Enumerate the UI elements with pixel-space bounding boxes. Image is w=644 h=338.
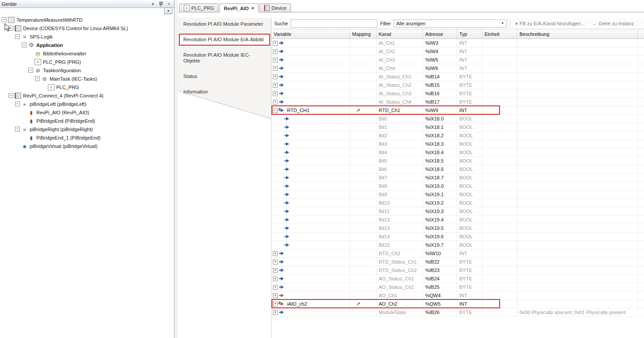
tree-dropdown-button[interactable]: ▾: [164, 8, 172, 14]
table-row[interactable]: +RTD_Ch2%IW10INT: [272, 249, 644, 258]
tree-item[interactable]: RevPi_AIO (RevPi_AIO): [0, 108, 174, 117]
table-row[interactable]: Bit8%IX19.0BOOL: [272, 182, 644, 190]
table-row[interactable]: +AI_Ch2%IW4INT: [272, 47, 644, 56]
panel-menu-icon[interactable]: ▾: [149, 1, 156, 7]
tree-item[interactable]: −Device (CODESYS Control for Linux ARM64…: [0, 24, 174, 32]
column-header-adresse[interactable]: Adresse: [423, 29, 457, 39]
table-row[interactable]: +AO_Status_Ch2%IB25BYTE: [272, 283, 644, 291]
close-icon[interactable]: ×: [165, 1, 172, 7]
table-row[interactable]: +ModuleState%IB26BYTE0x00 Physically abs…: [272, 308, 644, 317]
tree-item[interactable]: −Taskkonfiguration: [0, 66, 174, 74]
row-expand-toggle[interactable]: +: [273, 49, 278, 54]
column-header-mapping[interactable]: Mapping: [350, 29, 376, 39]
tree-expand-toggle[interactable]: −: [8, 93, 13, 98]
add-fb-button[interactable]: + FB zu E/A-Kanal hinzufügen...: [513, 21, 587, 26]
table-row[interactable]: Bit12%IX19.4BOOL: [272, 216, 644, 224]
row-expand-toggle[interactable]: +: [273, 100, 278, 105]
row-expand-toggle[interactable]: +: [273, 293, 278, 298]
filter-select[interactable]: Alle anzeigen ▼: [394, 19, 507, 27]
table-row[interactable]: +AI_Ch3%IW5INT: [272, 56, 644, 64]
row-expand-toggle[interactable]: +: [273, 83, 278, 88]
column-header-variable[interactable]: Variable: [272, 29, 350, 39]
tree-item[interactable]: PLC_PRG (PRG): [0, 58, 174, 66]
tree-expand-toggle[interactable]: −: [15, 34, 20, 39]
table-row[interactable]: +AI_Status_Ch3%IB16BYTE: [272, 89, 644, 98]
nav-item[interactable]: Revolution PI AIO Module E/A-Abbild: [180, 35, 269, 45]
tab-device[interactable]: Device: [260, 4, 291, 12]
tree-item[interactable]: −SPS-Logik: [0, 32, 174, 41]
table-row[interactable]: Bit4%IX18.4BOOL: [272, 148, 644, 157]
tree-expand-toggle[interactable]: −: [15, 127, 20, 132]
column-header-kanal[interactable]: Kanal: [376, 29, 423, 39]
tab-revpi_aio[interactable]: RevPi_AIO×: [219, 4, 259, 12]
table-row[interactable]: Bit15%IX19.7BOOL: [272, 241, 644, 249]
tree-item[interactable]: −piBridgeLeft (piBridgeLeft): [0, 100, 174, 108]
tree-item[interactable]: PiBridgeEnd (PiBridgeEnd): [0, 117, 174, 125]
row-expand-toggle[interactable]: +: [273, 310, 278, 315]
table-row[interactable]: Bit7%IX18.7BOOL: [272, 174, 644, 182]
panel-splitter[interactable]: [175, 0, 178, 338]
row-expand-toggle[interactable]: +: [273, 260, 278, 264]
row-expand-toggle[interactable]: +: [273, 276, 278, 281]
table-row[interactable]: Bit14%IX19.6BOOL: [272, 233, 644, 241]
row-expand-toggle[interactable]: +: [273, 41, 278, 46]
tab-plc_prg[interactable]: PLC_PRG: [179, 4, 218, 12]
tree-expand-toggle[interactable]: −: [22, 43, 27, 47]
table-row[interactable]: +AO_Ch1%QW4INT: [272, 291, 644, 300]
column-header-beschreibung[interactable]: Beschreibung: [517, 29, 638, 39]
table-row[interactable]: Bit2%IX18.2BOOL: [272, 132, 644, 140]
tree-item[interactable]: −MainTask (IEC-Tasks): [0, 74, 174, 83]
tree-item[interactable]: −Application: [0, 41, 174, 49]
table-row[interactable]: +AI_Ch1%IW3INT: [272, 39, 644, 47]
nav-item[interactable]: Revolution PI AIO Module IEC-Objekte: [180, 50, 269, 66]
table-row[interactable]: Bit11%IX19.3BOOL: [272, 207, 644, 216]
column-header-einheit[interactable]: Einheit: [482, 29, 517, 39]
search-input[interactable]: [291, 19, 377, 27]
tree-item[interactable]: PiBridgeEnd_1 (PiBridgeEnd): [0, 133, 174, 142]
row-expand-toggle[interactable]: +: [273, 302, 278, 307]
table-row[interactable]: +RTD_Status_Ch2%IB23BYTE: [272, 266, 644, 275]
table-row[interactable]: Bit10%IX19.2BOOL: [272, 199, 644, 207]
table-row[interactable]: Bit13%IX19.5BOOL: [272, 224, 644, 233]
tree-expand-toggle[interactable]: −: [2, 17, 7, 22]
tab-close-icon[interactable]: ×: [252, 6, 254, 11]
tree-item[interactable]: −TemperatureMeasureWithRTD: [0, 16, 174, 24]
table-row[interactable]: +AI_Status_Ch1%IB14BYTE: [272, 73, 644, 81]
table-row[interactable]: +RTD_Status_Ch1%IB22BYTE: [272, 258, 644, 266]
table-row[interactable]: +AI_Status_Ch4%IB17BYTE: [272, 98, 644, 106]
tree-expand-toggle[interactable]: −: [35, 76, 40, 81]
tree-item[interactable]: piBridgeVirtual (piBridgeVirtual): [0, 142, 174, 150]
table-row[interactable]: Bit0%IX18.0BOOL: [272, 115, 644, 123]
project-icon: [8, 17, 15, 23]
table-row[interactable]: +AI_Status_Ch2%IB15BYTE: [272, 81, 644, 89]
tree-expand-toggle[interactable]: −: [28, 68, 33, 73]
table-row[interactable]: +↗iAIO_ch2↗AO_Ch2%QW5INT: [272, 300, 644, 308]
column-header-typ[interactable]: Typ: [457, 29, 482, 39]
tree-item[interactable]: −RevPi_Connect_4 (RevPi Connect 4): [0, 91, 174, 100]
row-expand-toggle[interactable]: +: [273, 66, 278, 71]
row-expand-toggle[interactable]: +: [273, 58, 278, 62]
table-row[interactable]: Bit6%IX18.6BOOL: [272, 165, 644, 174]
tree-expand-toggle[interactable]: −: [15, 101, 20, 106]
row-expand-toggle[interactable]: +: [273, 268, 278, 273]
tree-item[interactable]: PLC_PRG: [0, 83, 174, 91]
row-expand-toggle[interactable]: −: [273, 108, 278, 113]
nav-item[interactable]: Information: [180, 87, 269, 97]
nav-item[interactable]: Revolution PI AIO Module Parameter: [180, 19, 269, 29]
table-row[interactable]: Bit5%IX18.5BOOL: [272, 157, 644, 165]
table-row[interactable]: +AO_Status_Ch1%IB24BYTE: [272, 275, 644, 283]
pin-icon[interactable]: [157, 1, 164, 7]
nav-item[interactable]: Status: [180, 71, 269, 82]
row-expand-toggle[interactable]: +: [273, 251, 278, 256]
row-expand-toggle[interactable]: +: [273, 91, 278, 96]
row-expand-toggle[interactable]: +: [273, 285, 278, 290]
tree-item[interactable]: Bibliotheksverwalter: [0, 49, 174, 58]
table-row[interactable]: Bit1%IX18.1BOOL: [272, 123, 644, 132]
table-row[interactable]: Bit3%IX18.3BOOL: [272, 140, 644, 148]
table-row[interactable]: −↗RTD_CH1↗RTD_Ch1%IW9INT: [272, 106, 644, 115]
table-row[interactable]: Bit9%IX19.1BOOL: [272, 190, 644, 199]
tree-item[interactable]: −piBridgeRight (piBridgeRight): [0, 125, 174, 133]
row-expand-toggle[interactable]: +: [273, 74, 278, 79]
goto-instance-button[interactable]: → Gehe zu Instanz: [590, 21, 636, 26]
table-row[interactable]: +AI_Ch4%IW6INT: [272, 64, 644, 73]
